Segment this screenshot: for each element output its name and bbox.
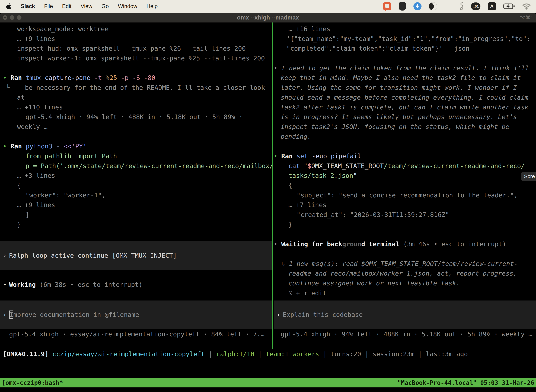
- terminal-content: workspace_mode: worktree… +9 linesinspec…: [0, 23, 536, 392]
- tree-connector: [12, 152, 12, 184]
- input-placeholder: Explain this codebase: [283, 311, 363, 318]
- terminal-line: [274, 249, 536, 259]
- text-segment: tasks/task-2.json: [288, 172, 353, 179]
- text-segment: |: [361, 350, 373, 358]
- macos-menu-bar: Slack File Edit View Go Window Help ..61…: [0, 0, 536, 13]
- text-segment: ralph:1/10: [216, 350, 254, 358]
- terminal-line: task2 after task1 is complete, but can I…: [274, 103, 536, 112]
- command-line: • Ran set -euo pipefail: [274, 151, 536, 161]
- text-segment: [OMX#0.11.9]: [3, 350, 53, 358]
- moon-icon[interactable]: [429, 2, 437, 10]
- text-segment: Waiting for back: [281, 240, 342, 248]
- prompt-input-left[interactable]: › I mprove documentation in @filename: [0, 300, 272, 329]
- text-segment: continue assigned work or next feasible …: [288, 280, 460, 287]
- input-source-a-icon[interactable]: A: [488, 2, 496, 10]
- command-line: • Ran tmux capture-pane -t %25 -p -S -80: [0, 73, 272, 83]
- terminal-line: inspect task2's JSON, focusing on the st…: [274, 122, 536, 132]
- text-segment: }: [17, 221, 21, 228]
- text-segment: at: [17, 94, 25, 101]
- terminal-line: └ be necessary for the end of the README…: [0, 83, 272, 93]
- menu-help[interactable]: Help: [147, 3, 158, 9]
- prompt-input-right[interactable]: › Explain this codebase: [274, 300, 536, 329]
- text-segment: {: [288, 182, 292, 189]
- text-segment: }: [288, 221, 292, 228]
- text-segment: -euo pipefail: [312, 152, 361, 160]
- working-detail: (6m 38s • esc to interrupt): [36, 281, 143, 288]
- shield-grid-icon[interactable]: [399, 2, 406, 10]
- terminal-line: inspect_hud: omx sparkshell --tmux-pane …: [0, 44, 272, 53]
- terminal-line: }: [274, 220, 536, 229]
- menu-go[interactable]: Go: [101, 3, 109, 9]
- wifi-icon[interactable]: [522, 3, 531, 10]
- terminal-line: later. Using the same for transition mig…: [274, 83, 536, 93]
- text-cursor: I: [9, 311, 13, 319]
- terminal-line: {: [274, 181, 536, 190]
- text-segment: └: [6, 84, 10, 91]
- text-segment: {: [17, 182, 21, 189]
- chat-icon[interactable]: [383, 2, 391, 10]
- tmux-host-clock: "MacBook-Pro-44.local" 05:03 31-Mar-26: [397, 379, 534, 386]
- text-segment: team:1 workers: [266, 350, 319, 358]
- working-label: Working: [9, 281, 36, 288]
- terminal-line: "worker": "worker-1",: [0, 190, 272, 200]
- text-segment: /team/review-current-readme-and-reco/: [384, 162, 525, 169]
- worker-transcript: … +16 lines'{"team_name":"my-team","task…: [274, 24, 536, 298]
- tmux-session-window: [omx-cczip0:bash*: [2, 379, 63, 386]
- window-title-bar[interactable]: omx --xhigh --madmax ⌥⌘1: [0, 13, 536, 23]
- text-segment: ↳: [281, 260, 289, 267]
- text-segment: tmux: [26, 74, 45, 81]
- terminal-line: }: [0, 220, 272, 229]
- text-segment: ]: [25, 211, 29, 218]
- text-segment: … +16 lines: [288, 25, 330, 33]
- screen-tooltip: Scre: [521, 172, 536, 181]
- dots-grid-icon[interactable]: [444, 3, 452, 10]
- text-segment: readme-and-reco/mailbox/worker-1.json, a…: [288, 270, 517, 277]
- text-segment: Ran: [10, 143, 26, 150]
- hook-icon[interactable]: [459, 2, 464, 10]
- omx-status-line: [OMX#0.11.9] cczip/essay/ai-reimplementa…: [0, 349, 536, 359]
- text-segment: task2 after task1 is complete, but can I…: [281, 104, 528, 111]
- terminal-line: continue assigned work or next feasible …: [274, 278, 536, 288]
- text-segment: turns:20: [330, 350, 361, 358]
- apple-menu-icon[interactable]: [6, 3, 12, 9]
- terminal-line: keep that in mind. Maybe I also need the…: [274, 73, 536, 83]
- battery-charging-icon[interactable]: [503, 3, 515, 9]
- terminal-line: gpt-5.4 xhigh · 94% left · 488K in · 5.1…: [0, 112, 272, 122]
- text-segment: should send a message before completing …: [281, 94, 528, 101]
- menu-window[interactable]: Window: [118, 3, 137, 9]
- text-segment: cczip/essay/ai-reimplementation-copyleft: [53, 350, 205, 358]
- text-segment: "worker": "worker-1",: [25, 191, 105, 199]
- omx-status-rows: [OMX#0.11.9] cczip/essay/ai-reimplementa…: [0, 349, 536, 359]
- terminal-line: at: [0, 93, 272, 103]
- text-segment: <<'PY': [64, 143, 87, 150]
- text-segment: … +9 lines: [17, 35, 55, 42]
- text-segment: … +3 lines: [17, 172, 55, 179]
- terminal-line: from pathlib import Path: [0, 151, 272, 161]
- text-segment: •: [3, 143, 10, 150]
- terminal-line: [0, 63, 272, 73]
- text-segment: -t: [94, 74, 106, 81]
- pane-worker: … +16 lines'{"team_name":"my-team","task…: [274, 23, 536, 392]
- text-segment: (3m 46s • esc to interrupt): [399, 240, 506, 248]
- bolt-icon[interactable]: [413, 2, 421, 10]
- prompt-chevron-icon: ›: [277, 311, 280, 318]
- model-status-line-left: gpt-5.4 xhigh · essay/ai-reimplementatio…: [0, 329, 272, 339]
- text-segment: |: [254, 350, 266, 358]
- text-segment: %25: [106, 74, 121, 81]
- text-segment: inspect_worker-1: omx sparkshell --tmux-…: [17, 55, 265, 62]
- text-segment: from pathlib import Path: [25, 152, 117, 160]
- text-segment: session:23m: [373, 350, 414, 358]
- menu-edit[interactable]: Edit: [62, 3, 72, 9]
- text-segment: … +110 lines: [17, 104, 63, 111]
- menu-view[interactable]: View: [81, 3, 92, 9]
- battery-badge[interactable]: ..61: [471, 2, 480, 10]
- app-menu-slack[interactable]: Slack: [21, 3, 35, 9]
- terminal-line: … +9 lines: [0, 200, 272, 210]
- mailbox-message: ↳ 1 new msg(s): read $OMX_TEAM_STATE_ROO…: [274, 259, 536, 269]
- terminal-line: inspect_worker-1: omx sparkshell --tmux-…: [0, 53, 272, 63]
- terminal-line: "created_at": "2026-03-31T11:59:27.816Z": [274, 210, 536, 220]
- text-segment: "created_at": "2026-03-31T11:59:27.816Z": [297, 211, 449, 218]
- terminal-line: [274, 229, 536, 239]
- menu-file[interactable]: File: [44, 3, 53, 9]
- text-segment: •: [274, 65, 281, 72]
